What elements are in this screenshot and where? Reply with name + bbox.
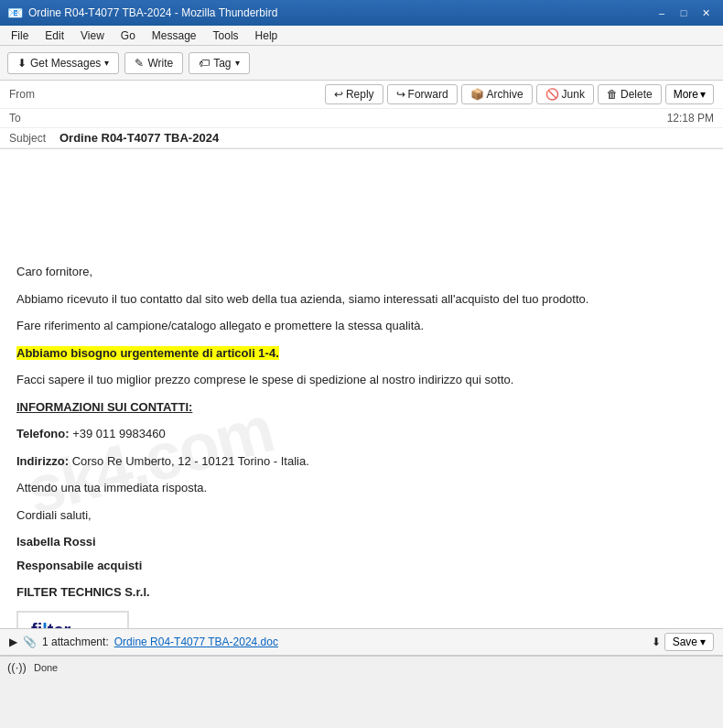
get-messages-button[interactable]: ⬇ Get Messages ▾ (7, 52, 119, 74)
para4: Facci sapere il tuo miglior prezzo compr… (16, 371, 707, 389)
contact-indirizzo: Indirizzo: Corso Re Umberto, 12 - 10121 … (16, 452, 707, 471)
subject-value: Ordine R04-T4077 TBA-2024 (59, 131, 219, 145)
junk-button[interactable]: 🚫 Junk (536, 84, 594, 104)
attachment-actions: ⬇ Save ▾ (652, 633, 714, 651)
greeting: Caro fornitore, (16, 263, 707, 281)
forward-label: Forward (408, 88, 448, 101)
toolbar: ⬇ Get Messages ▾ ✎ Write 🏷 Tag ▾ (0, 46, 723, 81)
subject-label: Subject (9, 132, 59, 145)
archive-label: Archive (487, 88, 523, 101)
get-messages-icon: ⬇ (17, 57, 27, 70)
attachment-info: ▶ 📎 1 attachment: Ordine R04-T4077 TBA-2… (9, 636, 278, 648)
closing1: Attendo una tua immediata risposta. (16, 479, 707, 497)
tag-button[interactable]: 🏷 Tag ▾ (189, 52, 249, 74)
download-icon: ⬇ (652, 636, 661, 648)
attachment-icon: 📎 (23, 636, 37, 648)
forward-icon: ↪ (396, 88, 405, 101)
reply-icon: ↩ (334, 88, 343, 101)
minimize-button[interactable]: – (652, 5, 672, 21)
menu-file[interactable]: File (4, 27, 36, 44)
write-button[interactable]: ✎ Write (124, 52, 183, 74)
para3-highlight: Abbiamo bisogno urgentemente di articoli… (16, 344, 707, 363)
tag-label: Tag (213, 57, 231, 70)
email-body-scroll[interactable]: sk4.com Caro fornitore, Abbiamo ricevuto… (0, 149, 723, 628)
closing2: Cordiali saluti, (16, 506, 707, 525)
reply-button[interactable]: ↩ Reply (325, 84, 383, 104)
forward-button[interactable]: ↪ Forward (387, 84, 458, 104)
get-messages-label: Get Messages (30, 57, 101, 70)
menu-view[interactable]: View (73, 27, 112, 44)
email-body: sk4.com Caro fornitore, Abbiamo ricevuto… (0, 149, 723, 628)
more-button[interactable]: More ▾ (665, 84, 714, 104)
indirizzo-label: Indirizzo: (16, 454, 69, 468)
save-label: Save (673, 636, 697, 648)
write-icon: ✎ (135, 57, 144, 70)
para2: Fare riferimento al campione/catalogo al… (16, 317, 707, 335)
menu-go[interactable]: Go (113, 27, 143, 44)
close-button[interactable]: ✕ (696, 5, 716, 21)
highlighted-text: Abbiamo bisogno urgentemente di articoli… (16, 346, 279, 360)
email-header: From ↩ Reply ↪ Forward 📦 Archive 🚫 Junk … (0, 81, 723, 149)
to-label: To (9, 112, 59, 125)
subject-row: Subject Ordine R04-T4077 TBA-2024 (0, 128, 723, 148)
delete-label: Delete (620, 88, 653, 101)
attachment-filename[interactable]: Ordine R04-T4077 TBA-2024.doc (114, 636, 278, 648)
header-actions: ↩ Reply ↪ Forward 📦 Archive 🚫 Junk 🗑 Del… (325, 84, 714, 104)
maximize-button[interactable]: □ (674, 5, 694, 21)
para1: Abbiamo ricevuto il tuo contatto dal sit… (16, 290, 707, 309)
save-arrow-icon: ▾ (700, 636, 706, 648)
header-top: From ↩ Reply ↪ Forward 📦 Archive 🚫 Junk … (0, 81, 723, 109)
titlebar: 📧 Ordine R04-T4077 TBA-2024 - Mozilla Th… (0, 0, 723, 26)
company-name: FILTER TECHNICS S.r.l. (16, 583, 707, 602)
tag-icon: 🏷 (199, 57, 210, 70)
app-icon: 📧 (7, 5, 23, 20)
contact-telefono: Telefono: +39 011 9983460 (16, 425, 707, 443)
sender-name: Isabella Rossi (16, 533, 707, 551)
telefono-label: Telefono: (16, 427, 70, 440)
menu-message[interactable]: Message (145, 27, 204, 44)
section-title: INFORMAZIONI SUI CONTATTI: (16, 398, 707, 417)
delete-button[interactable]: 🗑 Delete (598, 84, 662, 104)
from-label: From (9, 88, 59, 101)
to-row: To 12:18 PM (0, 109, 723, 128)
menu-tools[interactable]: Tools (206, 27, 246, 44)
main-content: sk4.com Caro fornitore, Abbiamo ricevuto… (0, 149, 723, 656)
junk-label: Junk (562, 88, 585, 101)
junk-icon: 🚫 (545, 88, 559, 101)
menu-edit[interactable]: Edit (38, 27, 71, 44)
more-arrow-icon: ▾ (700, 88, 706, 101)
window-controls[interactable]: – □ ✕ (652, 5, 716, 21)
attachment-count: 1 attachment: (42, 636, 109, 648)
logo-filter-text: filter (31, 620, 114, 629)
write-label: Write (147, 57, 173, 70)
menu-help[interactable]: Help (248, 27, 286, 44)
reply-label: Reply (346, 88, 374, 101)
window-title: Ordine R04-T4077 TBA-2024 - Mozilla Thun… (28, 6, 277, 19)
sender-role: Responsabile acquisti (16, 557, 707, 575)
delete-icon: 🗑 (607, 88, 618, 101)
expand-icon[interactable]: ▶ (9, 636, 17, 648)
archive-button[interactable]: 📦 Archive (461, 84, 533, 104)
email-time: 12:18 PM (667, 112, 714, 125)
titlebar-left: 📧 Ordine R04-T4077 TBA-2024 - Mozilla Th… (7, 5, 277, 20)
indirizzo-value: Corso Re Umberto, 12 - 10121 Torino - It… (72, 454, 309, 468)
wifi-icon: ((·)) (7, 660, 27, 674)
logo-box: filter ⚙technics Cartridges & Bags (16, 611, 129, 629)
attachment-bar: ▶ 📎 1 attachment: Ordine R04-T4077 TBA-2… (0, 628, 723, 656)
archive-icon: 📦 (470, 88, 484, 101)
save-button[interactable]: Save ▾ (664, 633, 714, 651)
telefono-value: +39 011 9983460 (72, 427, 166, 440)
company-logo: filter ⚙technics Cartridges & Bags (16, 611, 707, 629)
menubar: File Edit View Go Message Tools Help (0, 26, 723, 46)
status-text: Done (34, 662, 58, 673)
more-label: More (674, 88, 698, 101)
get-messages-arrow-icon: ▾ (104, 58, 109, 68)
tag-arrow-icon: ▾ (235, 58, 240, 68)
statusbar: ((·)) Done (0, 656, 723, 678)
